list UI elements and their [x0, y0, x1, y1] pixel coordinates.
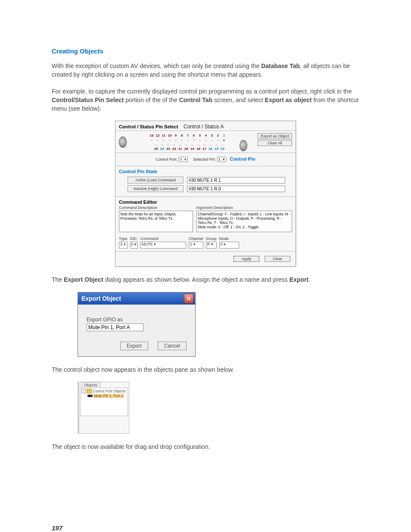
export-group-label: Export GPIO as — [87, 317, 187, 323]
tree-item[interactable]: Mute Pin 1, Port A — [81, 394, 127, 398]
inactive-command-input[interactable] — [187, 186, 285, 192]
close-icon[interactable]: ✕ — [184, 294, 193, 303]
objects-tab[interactable]: Objects — [81, 382, 100, 388]
argument-description-text: Channel/Group: F - Faders; I - Inputs; L… — [196, 211, 292, 232]
control-pin-head: Control Pin — [230, 156, 255, 162]
command-description-label: Command Description — [119, 205, 192, 210]
group-select[interactable]: R ▾ — [206, 242, 217, 249]
connector-left-icon — [119, 137, 127, 148]
mode-select[interactable]: 0 ▾ — [219, 242, 239, 249]
connector-right-icon — [240, 140, 247, 151]
paragraph-3: The Export Object dialog appears as show… — [52, 275, 359, 284]
command-description-text: Sets the Mute for an Input, Output, Proc… — [119, 211, 193, 232]
type-label: Type — [119, 236, 128, 241]
mode-label: Mode — [219, 236, 239, 241]
export-as-object-button[interactable]: Export as Object — [258, 133, 292, 139]
control-status-panel: Control / Status Pin Select Control / St… — [115, 121, 296, 267]
pin-bottom-row: 252423222120191817161514 — [135, 147, 240, 151]
bold-text: Export — [290, 276, 308, 283]
text: With the exception of custom AV devices,… — [52, 62, 261, 69]
paragraph-1: With the exception of custom AV devices,… — [52, 62, 359, 79]
export-object-dialog: Export Object ✕ Export GPIO as Export Ca… — [78, 292, 196, 357]
pin-top-row: 13121110987654321 — [135, 134, 240, 137]
objects-pane: Objects − Control Port Objects Mute Pin … — [78, 382, 129, 434]
text: screen, and select — [212, 96, 265, 103]
did-select[interactable]: 0 ▾ — [130, 242, 138, 249]
type-select[interactable]: 3 ▾ — [119, 242, 128, 249]
active-command-label: Active (Low) Command — [128, 177, 184, 184]
text: The — [52, 276, 64, 283]
control-port-select[interactable]: A ▾ — [178, 157, 188, 162]
tree-item-label: Mute Pin 1, Port A — [93, 394, 124, 398]
folder-icon — [87, 389, 92, 393]
paragraph-4: The control object now appears in the ob… — [52, 365, 359, 374]
text: dialog appears as shown below. Assign th… — [103, 276, 290, 283]
bold-text: Database Tab — [261, 62, 300, 69]
inactive-command-label: Inactive (High) Command — [128, 185, 184, 192]
panel-title-left: Control / Status Pin Select — [119, 124, 184, 129]
cancel-button[interactable]: Cancel — [158, 342, 187, 350]
folder-label: Control Port Objects — [93, 389, 126, 393]
text: portion of the of the — [124, 96, 179, 103]
section-heading: Creating Objects — [52, 47, 359, 55]
bold-text: Control/Status Pin Select — [52, 96, 124, 103]
active-command-input[interactable] — [187, 177, 285, 184]
pin-holes-top[interactable]: ○○○○○○○○○○○○● — [135, 137, 240, 142]
command-select[interactable]: MUTE ▾ — [140, 242, 186, 249]
dialog-title: Export Object — [81, 295, 121, 302]
panel-title-right: Control / Status A — [184, 124, 224, 130]
argument-description-label: Argument Description — [196, 205, 233, 210]
collapse-icon[interactable]: − — [81, 389, 86, 393]
bold-text: Export as object — [265, 96, 312, 103]
objects-tree[interactable]: − Control Port Objects Mute Pin 1, Port … — [80, 388, 128, 416]
text: . — [308, 276, 310, 283]
tree-folder[interactable]: − Control Port Objects — [81, 389, 127, 393]
export-button[interactable]: Export — [120, 342, 148, 350]
selected-pin-label: Selected Pin: — [193, 157, 216, 162]
paragraph-2: For example, to capture the currently di… — [52, 87, 359, 113]
command-editor-title: Command Editor — [119, 199, 292, 205]
page-number: 197 — [52, 524, 359, 532]
text: For example, to capture the currently di… — [52, 88, 352, 95]
command-label: Command — [140, 236, 186, 241]
bold-text: Control Tab — [179, 96, 213, 103]
control-port-label: Control Port: — [156, 157, 177, 162]
apply-button[interactable]: Apply — [234, 256, 259, 262]
channel-label: Channel — [189, 236, 203, 241]
group-label: Group — [206, 236, 217, 241]
control-pin-state-title: Control Pin State — [119, 169, 292, 174]
selected-pin-select[interactable]: 1 ▾ — [217, 157, 226, 162]
did-label: DID — [130, 236, 138, 241]
channel-select[interactable]: 1 ▾ — [189, 242, 203, 249]
clear-button[interactable]: Clear — [265, 256, 290, 262]
paragraph-5: The object is now available for drag and… — [52, 442, 359, 451]
bold-text: Export Object — [64, 276, 103, 283]
clear-all-button[interactable]: Clear All — [258, 140, 292, 146]
export-name-input[interactable] — [87, 324, 143, 331]
pin-holes-bottom[interactable]: ○○○○○○○○○○○○ — [135, 142, 240, 147]
port-icon — [87, 395, 93, 397]
